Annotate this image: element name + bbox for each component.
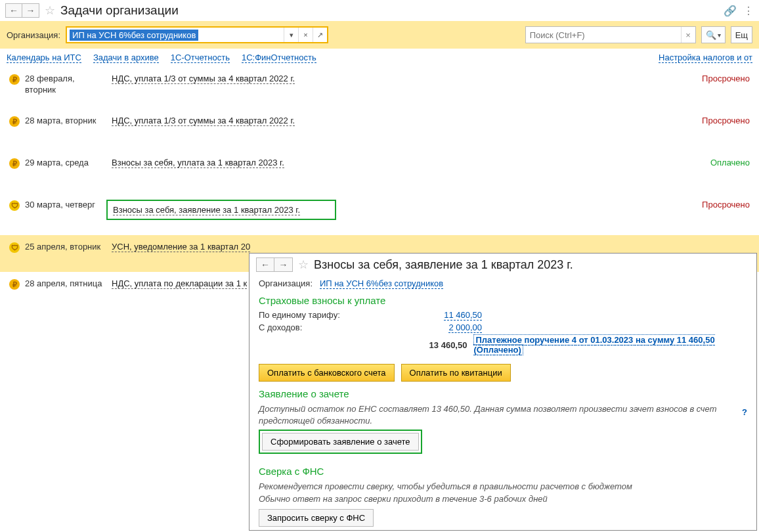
task-title: НДС, уплата 1/3 от суммы за 4 квартал 20…	[112, 74, 674, 83]
more-button[interactable]: Ещ	[731, 26, 752, 43]
search-field[interactable]: ×	[525, 26, 696, 43]
link-archive[interactable]: Задачи в архиве	[93, 53, 159, 63]
form-offset-highlight: Сформировать заявление о зачете	[259, 430, 422, 454]
quick-links: Календарь на ИТС Задачи в архиве 1С-Отче…	[0, 49, 759, 67]
unified-label: По единому тарифу:	[259, 310, 429, 320]
ruble-icon: ₽	[9, 116, 20, 127]
magnifier-icon: 🔍	[706, 30, 716, 40]
task-date: 28 февраля,вторник	[20, 74, 112, 96]
task-date: 28 апреля, пятница	[20, 278, 112, 290]
page-title: Задачи организации	[60, 3, 179, 18]
task-date: 28 марта, вторник	[20, 116, 112, 127]
org-dropdown-button[interactable]: ▾	[284, 28, 298, 42]
org-value: ИП на УСН 6%без сотрудников	[70, 30, 198, 41]
shield-icon: 🛡	[9, 242, 20, 253]
shield-icon: 🛡	[9, 200, 20, 211]
task-row[interactable]: ₽ 28 февраля,вторник НДС, уплата 1/3 от …	[0, 67, 759, 109]
ruble-icon: ₽	[9, 74, 20, 85]
task-title: Взносы за себя, уплата за 1 квартал 2023…	[112, 158, 674, 167]
form-offset-button[interactable]: Сформировать заявление о зачете	[262, 433, 419, 451]
task-status: Просрочено	[674, 200, 752, 210]
unified-amount-link[interactable]: 11 460,50	[444, 310, 482, 321]
link-its-calendar[interactable]: Календарь на ИТС	[7, 53, 81, 63]
chevron-down-icon: ▾	[718, 32, 721, 39]
task-title: НДС, уплата 1/3 от суммы за 4 квартал 20…	[112, 116, 674, 125]
detail-forward-button[interactable]: →	[274, 257, 293, 272]
task-status: Оплачено	[674, 158, 752, 167]
org-label: Организация:	[7, 30, 60, 40]
detail-org-line: Организация: ИП на УСН 6%без сотрудников	[259, 278, 747, 288]
org-combo[interactable]: ИП на УСН 6%без сотрудников ▾ × ↗	[66, 26, 328, 43]
income-label: С доходов:	[259, 322, 429, 332]
org-toolbar: Организация: ИП на УСН 6%без сотрудников…	[0, 21, 759, 49]
task-link[interactable]: Взносы за себя, уплата за 1 квартал 2023…	[112, 158, 284, 168]
total-amount: 13 460,50	[418, 340, 467, 350]
kebab-menu-icon[interactable]: ⋮	[743, 5, 754, 17]
search-clear-button[interactable]: ×	[681, 27, 695, 43]
task-title: УСН, уведомление за 1 квартал 20	[112, 242, 674, 252]
ruble-icon: ₽	[9, 158, 20, 169]
detail-panel: ← → ☆ Взносы за себя, заявление за 1 ква…	[249, 253, 757, 531]
income-amount-link[interactable]: 2 000,00	[448, 322, 482, 333]
payment-order-box: Платежное поручение 4 от 01.03.2023 на с…	[473, 334, 714, 355]
fns-hint-1: Рекомендуется провести сверку, чтобы убе…	[259, 481, 747, 493]
section-fns: Сверка с ФНС	[259, 466, 747, 477]
row-unified-tariff: По единому тарифу: 11 460,50	[259, 310, 747, 320]
pay-receipt-button[interactable]: Оплатить по квитанции	[401, 364, 511, 382]
search-button[interactable]: 🔍 ▾	[701, 26, 726, 43]
highlight-box: Взносы за себя, заявление за 1 квартал 2…	[106, 200, 336, 220]
task-date: 25 апреля, вторник	[20, 242, 112, 253]
fns-hint-2: Обычно ответ на запрос сверки приходит в…	[259, 493, 747, 505]
link-1c-finotchetnost[interactable]: 1С:ФинОтчетность	[242, 53, 316, 63]
payment-order-link[interactable]: Платежное поручение 4 от 01.03.2023 на с…	[473, 335, 714, 355]
page-header: ← → ☆ Задачи организации 🔗 ⋮	[0, 0, 759, 21]
task-link[interactable]: Взносы за себя, заявление за 1 квартал 2…	[113, 205, 300, 215]
task-link[interactable]: НДС, уплата 1/3 от суммы за 4 квартал 20…	[112, 74, 295, 84]
detail-org-label: Организация:	[259, 278, 313, 288]
task-date: 29 марта, среда	[20, 158, 112, 169]
row-income: С доходов: 2 000,00	[259, 322, 747, 332]
task-row[interactable]: 🛡 30 марта, четверг Взносы за себя, заяв…	[0, 193, 759, 235]
link-1c-otchetnost[interactable]: 1С-Отчетность	[171, 53, 230, 63]
section-contributions: Страховые взносы к уплате	[259, 295, 747, 306]
task-link[interactable]: НДС, уплата 1/3 от суммы за 4 квартал 20…	[112, 116, 295, 126]
nav-back-button[interactable]: ←	[5, 3, 22, 18]
task-title: Взносы за себя, заявление за 1 квартал 2…	[112, 200, 674, 220]
org-clear-button[interactable]: ×	[298, 28, 313, 42]
detail-back-button[interactable]: ←	[256, 257, 274, 272]
request-fns-button[interactable]: Запросить сверку с ФНС	[259, 509, 374, 527]
offset-hint: Доступный остаток по ЕНС составляет 13 4…	[259, 403, 747, 427]
help-icon[interactable]: ?	[742, 407, 747, 417]
detail-favorite-icon[interactable]: ☆	[298, 257, 309, 272]
link-icon[interactable]: 🔗	[724, 5, 737, 17]
ruble-icon: ₽	[9, 279, 20, 290]
task-status: Просрочено	[674, 74, 752, 83]
task-row[interactable]: ₽ 29 марта, среда Взносы за себя, уплата…	[0, 151, 759, 193]
favorite-star-icon[interactable]: ☆	[45, 3, 55, 18]
pay-bank-button[interactable]: Оплатить с банковского счета	[259, 364, 395, 382]
nav-forward-button[interactable]: →	[22, 3, 39, 18]
task-link[interactable]: НДС, уплата по декларации за 1 к	[112, 278, 247, 289]
detail-org-link[interactable]: ИП на УСН 6%без сотрудников	[320, 278, 443, 289]
task-link[interactable]: УСН, уведомление за 1 квартал 20	[112, 242, 250, 252]
search-input[interactable]	[526, 30, 681, 40]
task-row[interactable]: ₽ 28 марта, вторник НДС, уплата 1/3 от с…	[0, 109, 759, 151]
task-date: 30 марта, четверг	[20, 200, 112, 211]
detail-title: Взносы за себя, заявление за 1 квартал 2…	[314, 258, 573, 272]
link-tax-settings[interactable]: Настройка налогов и от	[659, 53, 752, 63]
row-total: 13 460,50 Платежное поручение 4 от 01.03…	[259, 335, 747, 355]
task-status: Просрочено	[674, 116, 752, 125]
detail-header: ← → ☆ Взносы за себя, заявление за 1 ква…	[249, 254, 756, 276]
org-open-button[interactable]: ↗	[313, 28, 327, 42]
section-offset: Заявление о зачете	[259, 388, 747, 399]
